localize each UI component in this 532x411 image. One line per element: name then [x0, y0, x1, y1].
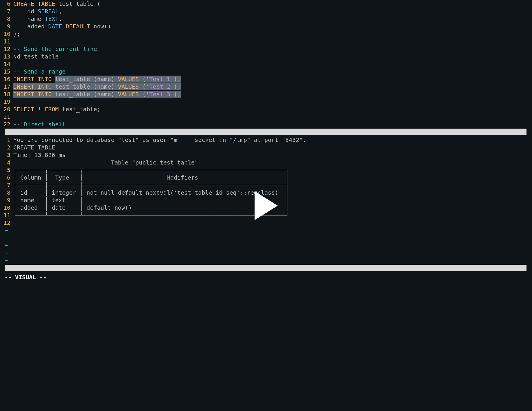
output-line: 6│ Column │ Type │ Modifiers │ — [0, 174, 532, 181]
line-number: 11 — [0, 211, 13, 219]
output-content: Time: 13.826 ms — [13, 151, 532, 159]
line-number: 6 — [0, 174, 13, 181]
code-line[interactable]: 19 — [0, 98, 532, 105]
code-content: INSERT INTO test_table (name) VALUES ('T… — [13, 90, 532, 98]
line-number: 16 — [0, 75, 13, 83]
code-line[interactable]: 6CREATE TABLE test_table ( — [0, 0, 532, 8]
line-number: 3 — [0, 151, 13, 159]
output-content: ├────────┼─────────┼────────────────────… — [13, 181, 532, 189]
output-line: 2CREATE TABLE — [0, 144, 532, 151]
status-bar — [5, 265, 526, 271]
play-icon — [253, 191, 279, 220]
code-line[interactable]: 7 id SERIAL, — [0, 8, 532, 15]
code-content: ); — [13, 30, 532, 38]
code-line[interactable]: 16INSERT INTO test_table (name) VALUES (… — [0, 75, 532, 83]
empty-line-tilde: ~ — [0, 226, 532, 234]
code-content: INSERT INTO test_table (name) VALUES ('T… — [13, 75, 532, 83]
line-number: 6 — [0, 0, 13, 8]
code-content: INSERT INTO test_table (name) VALUES ('T… — [13, 83, 532, 90]
editor-pane[interactable]: 6CREATE TABLE test_table (7 id SERIAL,8 … — [0, 0, 532, 128]
output-line: 7├────────┼─────────┼───────────────────… — [0, 181, 532, 189]
code-line[interactable]: 20SELECT * FROM test_table; — [0, 105, 532, 113]
line-number: 14 — [0, 60, 13, 68]
empty-line-tilde: ~ — [0, 249, 532, 257]
line-number: 19 — [0, 98, 13, 105]
code-content — [13, 98, 532, 105]
line-number: 4 — [0, 159, 13, 166]
output-content: ┌────────┬─────────┬────────────────────… — [13, 166, 532, 174]
empty-line-tilde: ~ — [0, 242, 532, 249]
code-content: name TEXT, — [13, 15, 532, 23]
empty-line-tilde: ~ — [0, 234, 532, 242]
code-line[interactable]: 8 name TEXT, — [0, 15, 532, 23]
code-line[interactable]: 22-- Direct shell — [0, 120, 532, 128]
line-number: 5 — [0, 166, 13, 174]
output-content: You are connected to database "test" as … — [13, 136, 532, 144]
svg-marker-0 — [255, 191, 278, 220]
line-number: 11 — [0, 38, 13, 45]
code-content: SELECT * FROM test_table; — [13, 105, 532, 113]
output-line: 4 Table "public.test_table" — [0, 159, 532, 166]
output-content: │ Column │ Type │ Modifiers │ — [13, 174, 532, 181]
line-number: 12 — [0, 45, 13, 53]
play-button[interactable] — [253, 191, 279, 220]
code-content: -- Send a range — [13, 68, 532, 75]
code-line[interactable]: 15-- Send a range — [0, 68, 532, 75]
code-line[interactable]: 13\d test_table — [0, 53, 532, 60]
line-number: 7 — [0, 181, 13, 189]
line-number: 15 — [0, 68, 13, 75]
line-number: 9 — [0, 23, 13, 30]
output-line: 12 — [0, 219, 532, 226]
code-content — [13, 38, 532, 45]
code-line[interactable]: 9 added DATE DEFAULT now() — [0, 23, 532, 30]
line-number: 22 — [0, 120, 13, 128]
line-number: 9 — [0, 196, 13, 204]
code-line[interactable]: 10); — [0, 30, 532, 38]
code-content: id SERIAL, — [13, 8, 532, 15]
output-line: 5┌────────┬─────────┬───────────────────… — [0, 166, 532, 174]
line-number: 7 — [0, 8, 13, 15]
code-content — [13, 60, 532, 68]
code-line[interactable]: 11 — [0, 38, 532, 45]
code-content: CREATE TABLE test_table ( — [13, 0, 532, 8]
code-content: added DATE DEFAULT now() — [13, 23, 532, 30]
code-content — [13, 113, 532, 120]
code-line[interactable]: 14 — [0, 60, 532, 68]
code-content: \d test_table — [13, 53, 532, 60]
line-number: 2 — [0, 144, 13, 151]
line-number: 17 — [0, 83, 13, 90]
line-number: 8 — [0, 15, 13, 23]
line-number: 10 — [0, 30, 13, 38]
code-line[interactable]: 21 — [0, 113, 532, 120]
line-number: 10 — [0, 204, 13, 211]
line-number: 12 — [0, 219, 13, 226]
line-number: 1 — [0, 136, 13, 144]
line-number: 13 — [0, 53, 13, 60]
code-line[interactable]: 12-- Send the current line — [0, 45, 532, 53]
line-number: 8 — [0, 189, 13, 196]
line-number: 20 — [0, 105, 13, 113]
empty-line-tilde: ~ — [0, 257, 532, 264]
output-line: 1You are connected to database "test" as… — [0, 136, 532, 144]
output-content: CREATE TABLE — [13, 144, 532, 151]
code-line[interactable]: 17INSERT INTO test_table (name) VALUES (… — [0, 83, 532, 90]
output-content: Table "public.test_table" — [13, 159, 532, 166]
code-content: -- Direct shell — [13, 120, 532, 128]
code-line[interactable]: 18INSERT INTO test_table (name) VALUES (… — [0, 90, 532, 98]
mode-indicator: -- VISUAL -- — [0, 272, 532, 280]
output-content — [13, 219, 532, 226]
line-number: 18 — [0, 90, 13, 98]
output-line: 3Time: 13.826 ms — [0, 151, 532, 159]
code-content: -- Send the current line — [13, 45, 532, 53]
split-divider — [5, 129, 526, 135]
line-number: 21 — [0, 113, 13, 120]
